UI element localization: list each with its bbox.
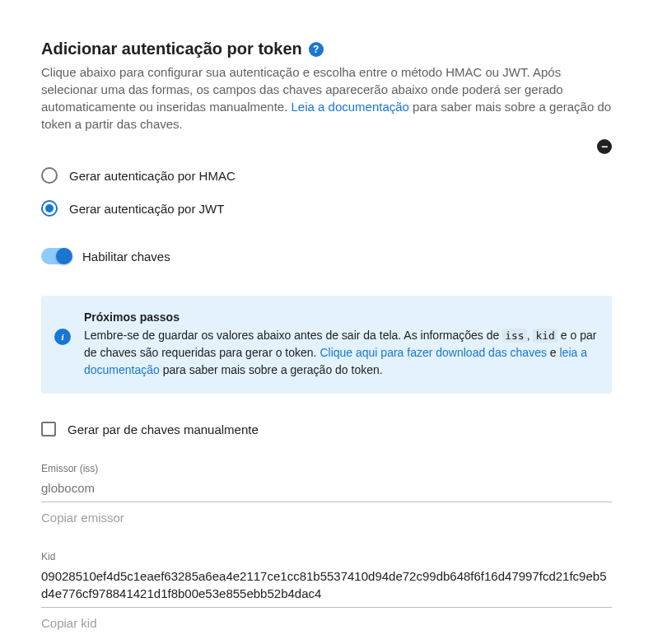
radio-jwt-label: Gerar autenticação por JWT	[69, 202, 224, 216]
page-title: Adicionar autenticação por token	[41, 40, 302, 58]
radio-jwt[interactable]: Gerar autenticação por JWT	[41, 192, 612, 225]
info-suffix: para saber mais sobre a geração do token…	[160, 363, 383, 376]
manual-keys-checkbox[interactable]: Gerar par de chaves manualmente	[41, 422, 612, 436]
enable-keys-label: Habilitar chaves	[82, 250, 170, 264]
emissor-label: Emissor (iss)	[41, 463, 612, 474]
info-icon: i	[54, 329, 71, 345]
radio-circle-icon	[41, 167, 58, 184]
info-prefix: Lembre-se de guardar os valores abaixo a…	[84, 329, 502, 342]
enable-keys-toggle[interactable]	[41, 248, 71, 264]
auth-method-radio-group: Gerar autenticação por HMAC Gerar autent…	[41, 159, 612, 225]
info-code-kid: kid	[533, 329, 557, 343]
kid-label: Kid	[41, 551, 612, 562]
kid-value[interactable]: 09028510ef4d5c1eaef63285a6ea4e2117ce1cc8…	[41, 567, 612, 608]
radio-circle-selected-icon	[41, 200, 58, 217]
next-steps-info: i Próximos passos Lembre-se de guardar o…	[41, 296, 612, 394]
copy-emissor-button[interactable]: Copiar emissor	[41, 511, 612, 525]
radio-hmac[interactable]: Gerar autenticação por HMAC	[41, 159, 612, 192]
info-code-iss: iss	[502, 329, 526, 343]
info-text: Lembre-se de guardar os valores abaixo a…	[84, 327, 597, 379]
description: Clique abaixo para configurar sua autent…	[41, 63, 612, 133]
collapse-icon[interactable]: −	[597, 139, 612, 154]
radio-hmac-label: Gerar autenticação por HMAC	[69, 169, 236, 183]
info-title: Próximos passos	[84, 310, 597, 324]
emissor-field: Emissor (iss) globocom	[41, 463, 612, 502]
manual-keys-label: Gerar par de chaves manualmente	[68, 422, 259, 436]
download-keys-link[interactable]: Clique aqui para fazer download das chav…	[320, 346, 547, 359]
kid-field: Kid 09028510ef4d5c1eaef63285a6ea4e2117ce…	[41, 551, 612, 608]
info-and: e	[547, 346, 560, 359]
doc-link[interactable]: Leia a documentação	[292, 100, 409, 114]
copy-kid-button[interactable]: Copiar kid	[41, 616, 612, 630]
help-icon[interactable]: ?	[309, 42, 324, 57]
emissor-value[interactable]: globocom	[41, 479, 612, 502]
checkbox-icon	[41, 422, 56, 436]
